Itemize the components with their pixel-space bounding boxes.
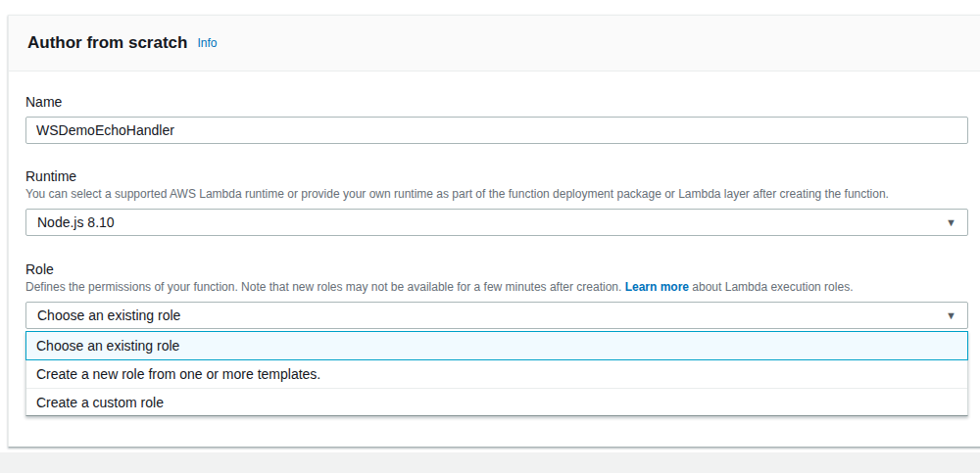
card-title: Author from scratch [27,33,187,53]
role-help-after: about Lambda execution roles. [689,280,853,294]
runtime-help-text: You can select a supported AWS Lambda ru… [25,187,968,202]
chevron-down-icon: ▼ [946,310,956,321]
author-from-scratch-card: Author from scratch Info Name Runtime Yo… [8,15,980,448]
runtime-select[interactable]: Node.js 8.10 ▼ [25,209,968,236]
role-option-create-from-templates[interactable]: Create a new role from one or more templ… [26,360,967,388]
info-link[interactable]: Info [197,36,217,50]
runtime-field-group: Runtime You can select a supported AWS L… [25,168,968,236]
name-label: Name [25,94,968,111]
name-field-group: Name [25,94,968,144]
card-header: Author from scratch Info [9,16,980,71]
role-field-group: Role Defines the permissions of your fun… [25,261,968,416]
runtime-selected-value: Node.js 8.10 [37,214,115,230]
role-options-dropdown: Choose an existing role Create a new rol… [25,331,968,416]
role-selected-value: Choose an existing role [37,307,180,323]
chevron-down-icon: ▼ [946,217,956,228]
role-help-text: Defines the permissions of your function… [25,280,968,295]
page-background-strip [0,452,980,473]
card-body: Name Runtime You can select a supported … [9,94,980,416]
learn-more-link[interactable]: Learn more [625,280,689,294]
role-option-choose-existing[interactable]: Choose an existing role [25,331,968,360]
role-label: Role [25,261,968,278]
function-name-input[interactable] [25,117,968,144]
role-option-create-custom[interactable]: Create a custom role [26,388,967,415]
role-select[interactable]: Choose an existing role ▼ [25,302,968,329]
runtime-label: Runtime [25,168,968,185]
role-help-before: Defines the permissions of your function… [25,280,625,294]
